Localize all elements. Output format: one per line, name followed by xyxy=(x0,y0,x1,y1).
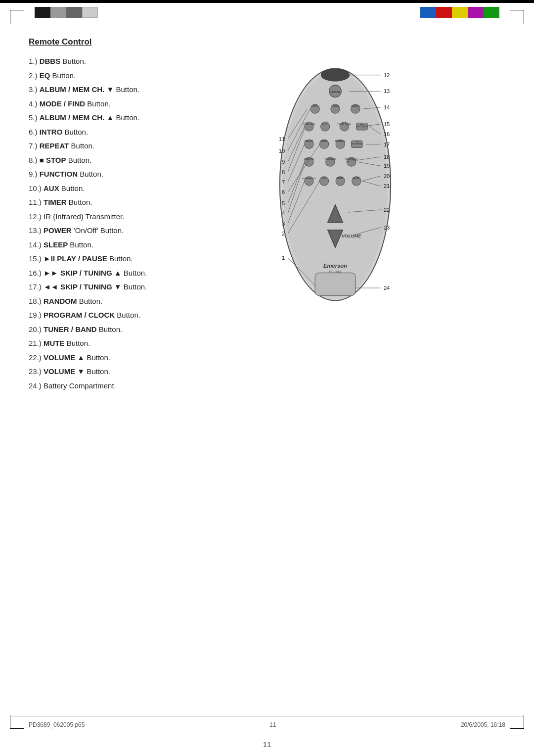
reg-mark-tl xyxy=(10,10,24,24)
footer-date: 20/6/2005, 16:18 xyxy=(461,721,505,728)
svg-text:TUNER/BAND: TUNER/BAND xyxy=(324,158,336,160)
svg-text:PLAY/PAUSE: PLAY/PAUSE xyxy=(337,123,351,125)
list-item: 19.) PROGRAM / CLOCK Button. xyxy=(29,310,241,321)
list-item: 14.) SLEEP Button. xyxy=(29,239,241,251)
list-item: 21.) MUTE Button. xyxy=(29,338,241,349)
svg-text:12: 12 xyxy=(384,72,390,78)
list-item: 18.) RANDOM Button. xyxy=(29,296,241,307)
list-item: 7.) REPEAT Button. xyxy=(29,141,241,152)
svg-text:9: 9 xyxy=(282,159,285,165)
svg-text:21: 21 xyxy=(384,183,390,189)
svg-text:20: 20 xyxy=(384,173,390,179)
list-item: 11.) TIMER Button. xyxy=(29,197,241,208)
svg-text:STOP: STOP xyxy=(322,123,328,125)
list-item: 24.) Battery Compartment. xyxy=(29,380,241,392)
footer-page: 11 xyxy=(269,721,276,728)
list-item: 3.) ALBUM / MEM CH. ▼ Button. xyxy=(29,84,241,95)
svg-text:SKIP/TUNING: SKIP/TUNING xyxy=(352,143,363,145)
svg-text:6: 6 xyxy=(282,189,285,195)
list-item: 22.) VOLUME ▲ Button. xyxy=(29,352,241,364)
swatches-left xyxy=(35,7,98,18)
svg-text:FUNCTION: FUNCTION xyxy=(303,123,315,125)
list-item: 16.) ►► SKIP / TUNING ▲ Button. xyxy=(29,268,241,279)
section-title: Remote Control xyxy=(29,37,505,47)
svg-text:RC-9551: RC-9551 xyxy=(329,270,342,273)
svg-text:AUX: AUX xyxy=(312,104,318,107)
svg-text:VOLUME: VOLUME xyxy=(342,234,361,238)
svg-text:Emerson: Emerson xyxy=(323,263,347,269)
svg-text:SKIP/TUNING: SKIP/TUNING xyxy=(356,126,368,128)
svg-text:TIMER: TIMER xyxy=(331,104,339,107)
list-item: 12.) IR (Infrared) Transmitter. xyxy=(29,211,241,223)
svg-text:PROGRAM/CLK: PROGRAM/CLK xyxy=(345,158,358,160)
svg-text:◄◄: ◄◄ xyxy=(355,141,359,143)
svg-text:2: 2 xyxy=(282,231,285,236)
svg-text:8: 8 xyxy=(282,169,285,175)
svg-text:23: 23 xyxy=(384,225,390,231)
page-number: 11 xyxy=(263,740,271,749)
list-item: 8.) ■ STOP Button. xyxy=(29,155,241,166)
list-item: 23.) VOLUME ▼ Button. xyxy=(29,366,241,378)
svg-text:18: 18 xyxy=(384,154,390,160)
list-item: 9.) FUNCTION Button. xyxy=(29,169,241,180)
svg-point-2 xyxy=(321,69,349,81)
svg-text:MUTE: MUTE xyxy=(353,177,359,180)
list-item: 2.) EQ Button. xyxy=(29,70,241,82)
swatch-yellow xyxy=(452,7,468,18)
svg-text:24: 24 xyxy=(384,285,390,291)
top-bar xyxy=(0,0,534,3)
svg-text:INTRO: INTRO xyxy=(320,140,328,142)
svg-text:►►: ►► xyxy=(360,123,364,126)
svg-text:14: 14 xyxy=(384,104,390,110)
svg-text:13: 13 xyxy=(384,88,390,94)
swatch-blue xyxy=(420,7,436,18)
svg-text:EQ: EQ xyxy=(322,177,326,180)
svg-text:ALBUM/MEM.CH: ALBUM/MEM.CH xyxy=(302,178,316,180)
reg-mark-tr xyxy=(510,10,524,24)
reg-mark-bl xyxy=(10,715,24,729)
list-item: 10.) AUX Button. xyxy=(29,183,241,194)
svg-text:19: 19 xyxy=(384,163,390,169)
rule-bot xyxy=(10,716,524,716)
footer: PD3689_062005.p65 11 20/6/2005, 16:18 xyxy=(29,721,505,728)
svg-text:11: 11 xyxy=(279,136,285,142)
svg-text:15: 15 xyxy=(384,121,390,127)
swatch-magenta xyxy=(468,7,484,18)
list-item: 4.) MODE / FIND Button. xyxy=(29,98,241,110)
svg-text:7: 7 xyxy=(282,179,285,185)
rule-top xyxy=(10,25,524,25)
svg-text:RANDOM: RANDOM xyxy=(335,140,346,142)
list-item: 15.) ►II PLAY / PAUSE Button. xyxy=(29,253,241,265)
svg-text:3: 3 xyxy=(282,221,285,227)
svg-text:DBBS: DBBS xyxy=(337,177,343,180)
swatch-gray xyxy=(66,7,82,18)
swatch-red xyxy=(436,7,452,18)
svg-text:5: 5 xyxy=(282,200,285,206)
svg-text:10: 10 xyxy=(279,148,285,154)
remote-illustration: POWER AUX TIMER SLEEP FUNCTION STOP PLAY… xyxy=(256,56,414,394)
reg-mark-br xyxy=(510,715,524,729)
list-item: 20.) TUNER / BAND Button. xyxy=(29,324,241,335)
list-item: 5.) ALBUM / MEM CH. ▲ Button. xyxy=(29,112,241,124)
two-column-layout: 1.) DBBS Button.2.) EQ Button.3.) ALBUM … xyxy=(29,56,505,394)
swatches-right xyxy=(420,7,499,18)
svg-text:4: 4 xyxy=(282,210,285,216)
item-list: 1.) DBBS Button.2.) EQ Button.3.) ALBUM … xyxy=(29,56,241,394)
swatch-black xyxy=(35,7,50,18)
list-item: 1.) DBBS Button. xyxy=(29,56,241,67)
main-content: Remote Control 1.) DBBS Button.2.) EQ Bu… xyxy=(29,32,505,711)
svg-text:1: 1 xyxy=(282,255,285,261)
svg-text:SLEEP: SLEEP xyxy=(352,104,360,107)
swatch-white xyxy=(82,7,98,18)
remote-svg: POWER AUX TIMER SLEEP FUNCTION STOP PLAY… xyxy=(256,56,414,313)
footer-filename: PD3689_062005.p65 xyxy=(29,721,85,728)
list-item: 17.) ◄◄ SKIP / TUNING ▼ Button. xyxy=(29,282,241,293)
svg-text:17: 17 xyxy=(384,142,390,147)
svg-text:16: 16 xyxy=(384,131,390,137)
swatch-green xyxy=(484,7,499,18)
svg-text:REPEAT: REPEAT xyxy=(305,140,313,142)
swatch-lgray xyxy=(50,7,66,18)
list-item: 6.) INTRO Button. xyxy=(29,127,241,138)
svg-text:22: 22 xyxy=(384,207,390,213)
list-item: 13.) POWER 'On/Off' Button. xyxy=(29,225,241,236)
